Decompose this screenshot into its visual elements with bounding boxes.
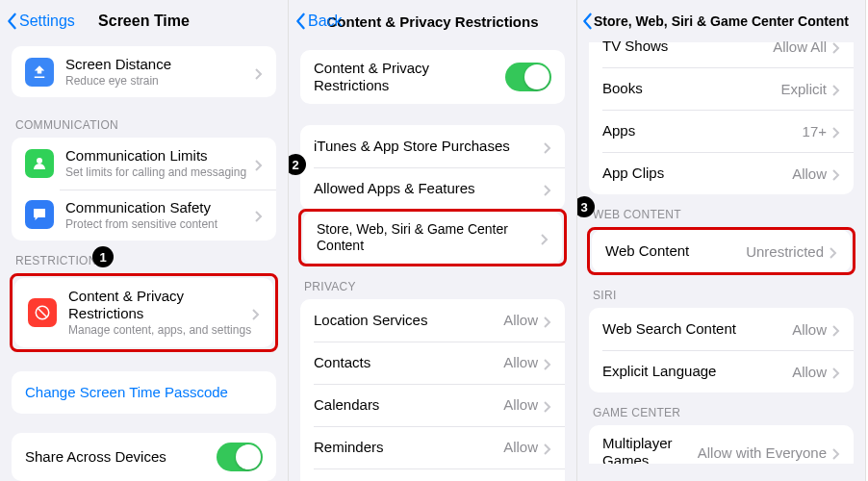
row-content-1[interactable]: BooksExplicit bbox=[589, 67, 854, 110]
row-communication-limits[interactable]: Communication LimitsSet limits for calli… bbox=[12, 138, 276, 189]
chevron-right-icon bbox=[544, 399, 551, 411]
back-label: Settings bbox=[19, 13, 75, 30]
section-restrictions: Restrictions bbox=[0, 240, 288, 273]
panel-store-web-siri-gc: Store, Web, Siri & Game Center Content T… bbox=[577, 0, 866, 481]
panel-screen-time: Settings Screen Time Screen DistanceRedu… bbox=[0, 0, 289, 481]
chevron-right-icon bbox=[544, 442, 551, 453]
section-web-content: Web Content bbox=[577, 194, 865, 227]
row-content-0[interactable]: TV ShowsAllow All bbox=[589, 25, 854, 67]
chevron-right-icon bbox=[544, 357, 551, 368]
chevron-left-icon bbox=[294, 13, 306, 30]
chevron-left-icon bbox=[6, 13, 17, 30]
row-share-across-devices[interactable]: Share Across Devices bbox=[12, 433, 276, 481]
chevron-right-icon bbox=[832, 167, 840, 179]
row-privacy-0[interactable]: Location ServicesAllow bbox=[300, 299, 565, 342]
row-content-privacy-restrictions[interactable]: Content & Privacy RestrictionsManage con… bbox=[14, 278, 273, 346]
chevron-right-icon bbox=[832, 446, 840, 458]
communication-limits-icon bbox=[25, 149, 54, 178]
chevron-right-icon bbox=[544, 315, 551, 326]
back-label: Back bbox=[308, 13, 343, 30]
row-web-content[interactable]: Web Content Unrestricted bbox=[592, 230, 851, 272]
restrictions-icon bbox=[28, 298, 57, 327]
section-privacy: Privacy bbox=[289, 266, 576, 299]
navbar: Settings Screen Time bbox=[0, 0, 288, 42]
section-communication: Communication bbox=[0, 105, 288, 138]
page-title: Content & Privacy Restrictions bbox=[326, 13, 538, 30]
chevron-right-icon bbox=[544, 183, 551, 194]
chevron-right-icon bbox=[832, 40, 840, 52]
share-toggle[interactable] bbox=[217, 443, 263, 471]
row-content-3[interactable]: App ClipsAllow bbox=[589, 152, 854, 194]
chevron-right-icon bbox=[255, 158, 263, 169]
navbar: Back Content & Privacy Restrictions bbox=[289, 0, 576, 42]
screen-distance-icon bbox=[25, 58, 54, 87]
section-game-center: Game Center bbox=[577, 392, 865, 425]
chevron-right-icon bbox=[541, 232, 549, 243]
row-content-2[interactable]: Apps17+ bbox=[589, 110, 854, 152]
row-privacy-3[interactable]: RemindersAllow bbox=[300, 426, 565, 468]
chevron-right-icon bbox=[544, 140, 551, 152]
row-communication-safety[interactable]: Communication SafetyProtect from sensiti… bbox=[12, 190, 276, 240]
restrictions-toggle[interactable] bbox=[505, 63, 551, 91]
row-store-web-siri-gc[interactable]: Store, Web, Siri & Game Center Content bbox=[303, 212, 562, 264]
row-privacy-1[interactable]: ContactsAllow bbox=[300, 342, 565, 384]
row-privacy-2[interactable]: CalendarsAllow bbox=[300, 384, 565, 426]
row-change-passcode[interactable]: Change Screen Time Passcode bbox=[12, 371, 276, 414]
section-siri: Siri bbox=[577, 275, 865, 308]
chevron-right-icon bbox=[832, 83, 840, 94]
panel-content-privacy: Back Content & Privacy Restrictions Cont… bbox=[289, 0, 577, 481]
step-badge-1: 1 bbox=[92, 246, 114, 267]
row-privacy-4[interactable]: PhotosAllow bbox=[300, 468, 565, 481]
row-itunes-purchases[interactable]: iTunes & App Store Purchases bbox=[300, 125, 565, 167]
row-screen-distance[interactable]: Screen DistanceReduce eye strain bbox=[12, 46, 276, 97]
row-allowed-apps[interactable]: Allowed Apps & Features bbox=[300, 167, 565, 210]
row-siri-0[interactable]: Web Search ContentAllow bbox=[589, 308, 854, 350]
row-siri-1[interactable]: Explicit LanguageAllow bbox=[589, 350, 854, 392]
chevron-right-icon bbox=[832, 323, 840, 335]
back-button[interactable]: Back bbox=[294, 13, 343, 30]
page-title: Screen Time bbox=[98, 13, 190, 30]
communication-safety-icon bbox=[25, 200, 54, 229]
row-gc-0[interactable]: Multiplayer GamesAllow with Everyone bbox=[589, 425, 854, 464]
back-button[interactable]: Settings bbox=[6, 13, 75, 30]
chevron-right-icon bbox=[255, 209, 263, 220]
chevron-right-icon bbox=[255, 66, 263, 78]
row-restrictions-toggle[interactable]: Content & Privacy Restrictions bbox=[300, 50, 565, 104]
chevron-right-icon bbox=[832, 125, 840, 137]
chevron-right-icon bbox=[832, 366, 840, 377]
chevron-right-icon bbox=[252, 307, 260, 318]
chevron-right-icon bbox=[830, 245, 837, 257]
